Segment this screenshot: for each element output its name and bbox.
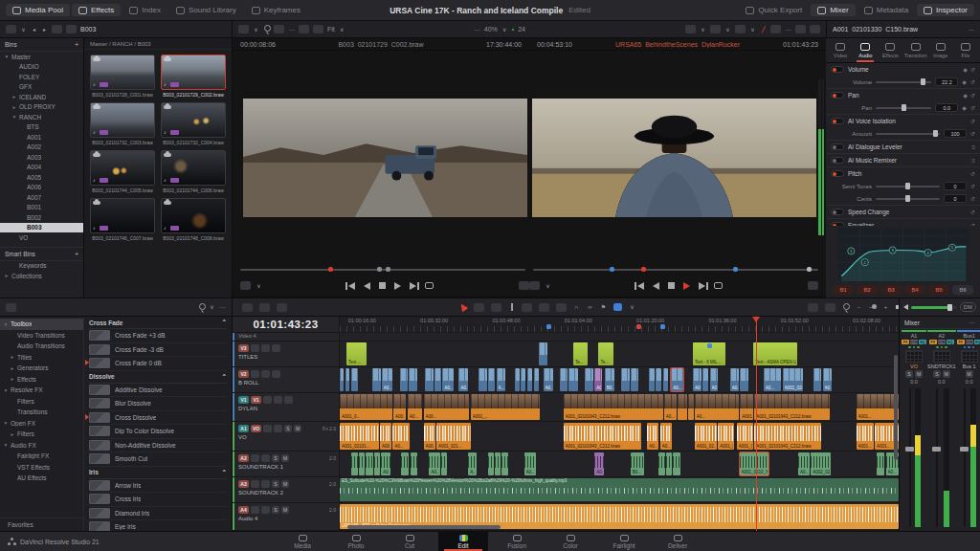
solo-button[interactable]: S [272,506,279,514]
ai-voice-isolation-toggle[interactable] [831,118,844,124]
more-options-icon[interactable]: ⋯ [968,25,974,33]
toolbox-nav-transitions[interactable]: Transitions [0,407,83,418]
zoom-in-icon[interactable]: + [882,303,889,312]
timeline-clip[interactable] [621,368,630,391]
reset-icon[interactable]: ↺ [970,195,975,202]
timeline-clip[interactable]: A001_02101943_C212.braw [754,394,829,420]
add-bin-button[interactable]: + [75,41,78,48]
keyframe-icon[interactable]: ◆ [963,92,968,99]
timeline-clip[interactable] [411,452,417,475]
timeline-clip[interactable]: A001_0210_XXI... [740,452,768,475]
lock-icon[interactable] [251,480,259,488]
timeline-clip[interactable]: A0... [458,368,467,391]
timeline-clip[interactable] [560,368,568,391]
snapping-icon[interactable]: ∩ [573,303,580,312]
transition-smooth-cut[interactable]: Smooth Cut [89,452,227,467]
transition-cross-dissolve[interactable]: Cross Dissolve [89,411,227,426]
chevron-down-icon[interactable]: ∨ [545,281,551,290]
timeline-clip[interactable] [366,452,373,475]
tab-video[interactable]: Video [828,38,853,62]
pan-value[interactable]: 0.0 [935,103,958,112]
timeline-clip[interactable]: A001_02101... [340,423,379,450]
track-badge-a1[interactable]: A1 [238,425,249,432]
track-badge-a4[interactable]: A4 [238,506,249,514]
timeline-clip[interactable] [539,342,547,365]
track-header-V4[interactable]: Video 4 [233,333,340,342]
go-to-last-frame-button[interactable] [699,282,705,290]
timeline-clip[interactable] [488,452,494,475]
more-options-icon[interactable]: ⋯ [474,25,480,33]
playhead[interactable] [756,317,757,531]
chevron-down-icon[interactable]: ∨ [209,303,215,312]
volume-value[interactable]: 22.2 [935,77,958,86]
zoom-slider[interactable] [869,303,876,311]
lock-icon[interactable] [251,370,259,378]
toolbox-nav-au-effects[interactable]: AU Effects [0,473,83,484]
auto-select-icon[interactable] [261,480,270,488]
timeline-clip[interactable]: A001_02... [695,423,717,450]
loop-button[interactable] [425,282,434,289]
pan-pad[interactable] [905,350,923,363]
ai-dialogue-leveler-toggle[interactable] [831,143,844,150]
timeline-clip[interactable] [740,368,748,391]
timeline-clip[interactable]: A001_0... [340,394,392,420]
timeline-clip[interactable]: Text ... [346,342,367,365]
timeline-clip[interactable]: Text - ASMA OPEN U... [753,342,797,365]
timeline-clip[interactable]: A001_02101943_C212.braw [754,423,821,450]
timeline-clip[interactable]: A00... [380,423,391,450]
panel-button-index[interactable]: Index [122,4,167,16]
timeline-clip[interactable]: A00... [424,423,435,450]
timeline-clip[interactable]: A001_021... [718,423,734,450]
go-to-first-frame-button[interactable] [637,282,644,290]
collapse-icon[interactable]: ⌃ [222,469,227,476]
timeline-clip[interactable] [374,452,380,475]
eq-badge[interactable]: EQ [947,340,954,344]
media-clip[interactable]: ♪B003_02101746_C007.braw [90,198,155,241]
bin-bts[interactable]: BTS [0,122,83,133]
page-tab-color[interactable]: Color [546,532,595,551]
solo-button[interactable]: S [933,370,941,378]
lock-icon[interactable] [263,425,272,432]
toolbox-nav-filters[interactable]: ▸Filters [0,429,83,440]
toolbox-nav-audio-fx[interactable]: ▾Audio FX [0,440,83,452]
keyframe-icon[interactable]: ◆ [963,66,968,73]
track-lane-V4[interactable] [340,333,899,342]
zoom-detail-icon[interactable] [825,303,835,312]
chevron-down-icon[interactable]: ∨ [253,25,259,33]
semi-tones-slider[interactable] [876,186,940,187]
timeline-clip[interactable] [400,368,408,391]
timeline-clip[interactable] [631,368,639,391]
toolbox-nav-vst-effects[interactable]: VST Effects [0,462,83,474]
viewer-mode-icon[interactable] [240,281,251,290]
timeline-clip[interactable] [666,452,672,475]
timeline-clip[interactable] [351,452,358,475]
auto-select-icon[interactable] [261,506,270,514]
timeline-clip[interactable] [702,368,708,391]
chevron-down-icon[interactable]: ∨ [629,303,635,312]
timeline-marker[interactable] [636,324,641,329]
auto-select-icon[interactable] [261,454,270,462]
track-badge-v3[interactable]: V3 [238,344,249,352]
page-tab-fairlight[interactable]: Fairlight [599,532,649,551]
reset-icon[interactable]: ↺ [970,183,975,189]
transition-blur-dissolve[interactable]: Blur Dissolve [89,397,227,411]
bin-old-proxy[interactable]: ▸OLD PROXY [0,102,83,113]
stop-button[interactable] [668,282,675,289]
forward-icon[interactable]: ▸ [41,25,48,33]
equalizer-graph[interactable]: 123 45 B1B2B3B4B5B6 [826,226,980,298]
bin-a006[interactable]: A006 [0,183,83,193]
chevron-down-icon[interactable]: ∨ [256,281,262,290]
pan-pad[interactable] [933,350,950,363]
timeline-clip[interactable]: A001... [740,394,753,420]
timeline-clip[interactable] [813,368,821,391]
timeline-clip[interactable]: A0... [693,368,702,391]
match-frame-icon[interactable] [519,281,529,290]
timeline-clip[interactable] [527,368,533,391]
toolbox-nav-effects[interactable]: ▸Effects [0,374,83,386]
collapse-icon[interactable]: ⌃ [222,373,227,381]
solo-button[interactable]: S [272,480,279,488]
eq-band-b5[interactable]: B5 [928,285,949,295]
track-header-V1[interactable]: V1V1DYLAN [233,393,340,422]
toolbox-nav-filters[interactable]: Filters [0,396,83,408]
timeline-clip[interactable]: A00... [393,394,406,420]
